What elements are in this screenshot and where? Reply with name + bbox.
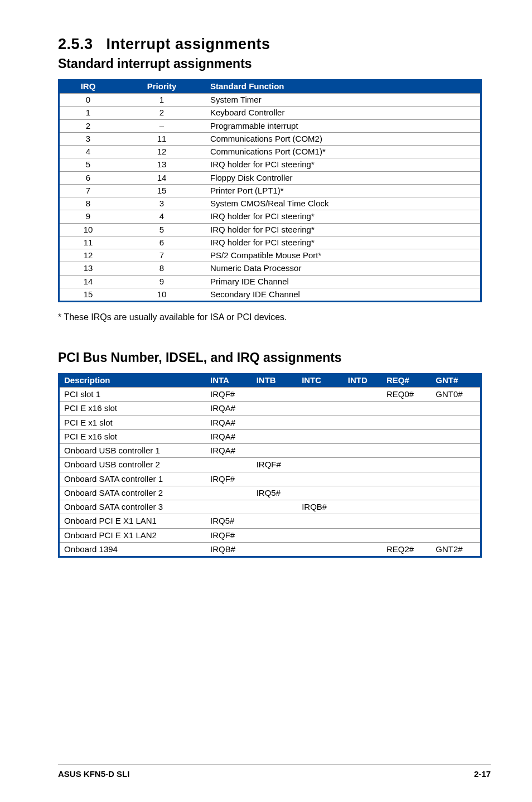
table-cell <box>431 444 481 458</box>
table-cell <box>431 402 481 416</box>
table-cell: Programmable interrupt <box>207 119 481 132</box>
table-cell: IRQF# <box>206 528 252 542</box>
t1-h1: IRQ <box>59 79 117 94</box>
table-cell: Floppy Disk Controller <box>207 171 481 184</box>
table-cell: 12 <box>117 146 207 158</box>
footer-right: 2-17 <box>474 769 491 779</box>
table-cell: 6 <box>117 236 207 249</box>
table-cell <box>252 500 298 514</box>
t2-h4: INTC <box>297 373 344 388</box>
table-cell <box>431 500 481 514</box>
table-row: Onboard SATA controller 2IRQ5# <box>59 486 481 500</box>
table-row: 614Floppy Disk Controller <box>59 171 481 184</box>
t2-h3: INTB <box>252 373 298 388</box>
table-cell <box>382 486 431 500</box>
table-cell: PCI slot 1 <box>59 388 206 402</box>
table-cell: Communications Port (COM1)* <box>207 146 481 158</box>
table-cell <box>431 458 481 472</box>
table-row: 311Communications Port (COM2) <box>59 132 481 145</box>
table-cell: IRQ holder for PCI steering* <box>207 158 481 171</box>
table-cell <box>431 514 481 528</box>
table-cell: 10 <box>117 288 207 301</box>
table-cell: Onboard SATA controller 1 <box>59 472 206 486</box>
table-cell: 8 <box>117 262 207 275</box>
table-row: Onboard PCI E X1 LAN2IRQF# <box>59 528 481 542</box>
table-cell <box>382 514 431 528</box>
table-cell <box>206 486 252 500</box>
table-cell <box>344 444 382 458</box>
table-cell <box>382 472 431 486</box>
table-cell <box>431 472 481 486</box>
footer: ASUS KFN5-D SLI 2-17 <box>58 769 491 779</box>
table-row: Onboard 1394IRQB#REQ2#GNT2# <box>59 542 481 557</box>
table-row: PCI slot 1IRQF#REQ0#GNT0# <box>59 388 481 402</box>
table-cell: System CMOS/Real Time Clock <box>207 197 481 210</box>
table-cell <box>344 514 382 528</box>
table-cell <box>344 500 382 514</box>
table-cell: Onboard PCI E X1 LAN1 <box>59 514 206 528</box>
table-cell: Onboard SATA controller 2 <box>59 486 206 500</box>
table-row: 01System Timer <box>59 94 481 107</box>
table-cell: IRQF# <box>206 472 252 486</box>
table-cell: IRQA# <box>206 416 252 429</box>
table-cell: IRQ5# <box>252 486 298 500</box>
table-cell <box>382 416 431 429</box>
table-cell <box>297 514 344 528</box>
table-cell: 14 <box>117 171 207 184</box>
table-row: 715Printer Port (LPT1)* <box>59 184 481 197</box>
table-cell: 13 <box>117 158 207 171</box>
table-cell <box>297 486 344 500</box>
table-cell <box>431 416 481 429</box>
table-row: PCI E x1 slotIRQA# <box>59 416 481 429</box>
table-row: 127PS/2 Compatible Mouse Port* <box>59 249 481 262</box>
t2-h2: INTA <box>206 373 252 388</box>
table-cell: IRQF# <box>206 388 252 402</box>
t2-h1: Description <box>59 373 206 388</box>
table-cell <box>344 486 382 500</box>
table-row: 83System CMOS/Real Time Clock <box>59 197 481 210</box>
table-cell: PS/2 Compatible Mouse Port* <box>207 249 481 262</box>
table-cell: 15 <box>59 288 117 301</box>
table-cell: PCI E x1 slot <box>59 416 206 429</box>
table-cell <box>382 429 431 443</box>
table-cell: 13 <box>59 262 117 275</box>
table-cell <box>382 402 431 416</box>
table-cell: PCI E x16 slot <box>59 402 206 416</box>
table-cell: 10 <box>59 223 117 236</box>
table-cell: 0 <box>59 94 117 107</box>
table-cell: PCI E x16 slot <box>59 429 206 443</box>
pci-table: Description INTA INTB INTC INTD REQ# GNT… <box>58 373 482 558</box>
table-cell <box>344 402 382 416</box>
table-cell <box>252 528 298 542</box>
table-cell: 4 <box>59 146 117 158</box>
table-cell: 11 <box>59 236 117 249</box>
footer-left: ASUS KFN5-D SLI <box>58 769 129 779</box>
table-cell: IRQF# <box>252 458 298 472</box>
table-cell: 3 <box>59 132 117 145</box>
table-cell: 1 <box>59 107 117 119</box>
table-cell <box>297 429 344 443</box>
footnote: * These IRQs are usually available for I… <box>58 312 491 322</box>
table-cell <box>344 416 382 429</box>
table-cell <box>252 402 298 416</box>
table-cell <box>297 542 344 557</box>
table-cell: Numeric Data Processor <box>207 262 481 275</box>
table-cell: REQ2# <box>382 542 431 557</box>
table-cell <box>252 472 298 486</box>
table-cell: Printer Port (LPT1)* <box>207 184 481 197</box>
subheading-1: Standard interrupt assignments <box>58 56 491 71</box>
t2-h6: REQ# <box>382 373 431 388</box>
table-cell <box>297 416 344 429</box>
table-cell: 9 <box>117 275 207 288</box>
table-row: Onboard SATA controller 3IRQB# <box>59 500 481 514</box>
table-cell <box>252 388 298 402</box>
table-cell: 5 <box>117 223 207 236</box>
table-cell <box>431 429 481 443</box>
footer-divider <box>58 765 491 765</box>
table-cell: Communications Port (COM2) <box>207 132 481 145</box>
table-cell <box>297 388 344 402</box>
table-cell <box>344 388 382 402</box>
table-cell <box>344 542 382 557</box>
table-cell <box>252 514 298 528</box>
table-cell <box>297 528 344 542</box>
